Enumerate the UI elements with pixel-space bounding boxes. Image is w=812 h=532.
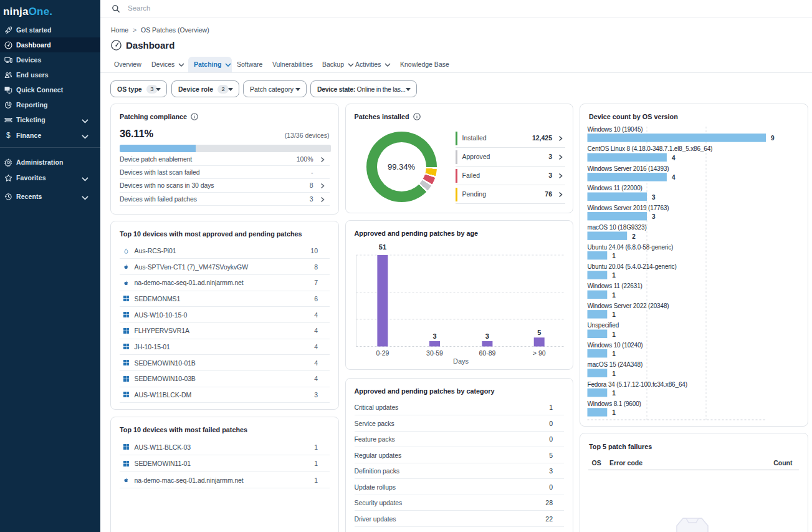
svg-text:3: 3 (432, 332, 436, 340)
svg-text:macOS 10 (18G9323): macOS 10 (18G9323) (588, 224, 647, 231)
svg-text:1: 1 (612, 390, 616, 397)
svg-text:51: 51 (378, 243, 386, 251)
svg-text:0-29: 0-29 (376, 349, 389, 357)
svg-text:Windows Server 2019 (17763): Windows Server 2019 (17763) (588, 205, 669, 211)
svg-text:Unspecified: Unspecified (588, 322, 619, 329)
svg-text:1: 1 (612, 253, 616, 259)
svg-text:3: 3 (652, 213, 656, 220)
svg-text:1: 1 (612, 331, 616, 338)
svg-text:macOS 15 (24A348): macOS 15 (24A348) (588, 361, 643, 368)
svg-text:CentOS Linux 8 (4.18.0-348.7.1: CentOS Linux 8 (4.18.0-348.7.1.el8_5.x86… (588, 145, 713, 152)
svg-text:30-59: 30-59 (426, 349, 443, 357)
svg-text:1: 1 (612, 292, 616, 299)
svg-text:1: 1 (612, 409, 616, 416)
svg-text:Ubuntu 24.04 (6.8.0-58-generic: Ubuntu 24.04 (6.8.0-58-generic) (588, 244, 674, 251)
svg-text:5: 5 (537, 329, 541, 336)
svg-text:Windows Server 2016 (14393): Windows Server 2016 (14393) (588, 165, 669, 172)
svg-text:Windows Server 2022 (20348): Windows Server 2022 (20348) (588, 302, 669, 309)
svg-text:> 90: > 90 (532, 349, 545, 357)
svg-text:1: 1 (612, 311, 616, 318)
svg-text:3: 3 (652, 194, 656, 201)
svg-text:3: 3 (485, 332, 489, 340)
svg-text:60-89: 60-89 (479, 349, 495, 357)
svg-text:2: 2 (632, 233, 636, 240)
svg-text:9: 9 (771, 135, 775, 142)
svg-text:Days: Days (452, 357, 469, 365)
svg-text:Fedora 34 (5.17.12-100.fc34.x8: Fedora 34 (5.17.12-100.fc34.x86_64) (588, 381, 687, 388)
svg-text:1: 1 (612, 351, 616, 357)
svg-text:Windows 10 (19045): Windows 10 (19045) (588, 126, 643, 133)
svg-text:1: 1 (612, 370, 616, 377)
svg-text:1: 1 (612, 272, 616, 279)
svg-text:Windows 10 (10240): Windows 10 (10240) (588, 342, 643, 349)
svg-text:Windows 8.1 (9600): Windows 8.1 (9600) (588, 400, 641, 407)
svg-text:4: 4 (672, 155, 676, 162)
svg-text:Ubuntu 20.04 (5.4.0-214-generi: Ubuntu 20.04 (5.4.0-214-generic) (588, 263, 677, 270)
svg-text:4: 4 (672, 174, 676, 181)
svg-text:Windows 11 (22000): Windows 11 (22000) (588, 185, 642, 191)
svg-text:Windows 11 (22631): Windows 11 (22631) (588, 283, 642, 289)
